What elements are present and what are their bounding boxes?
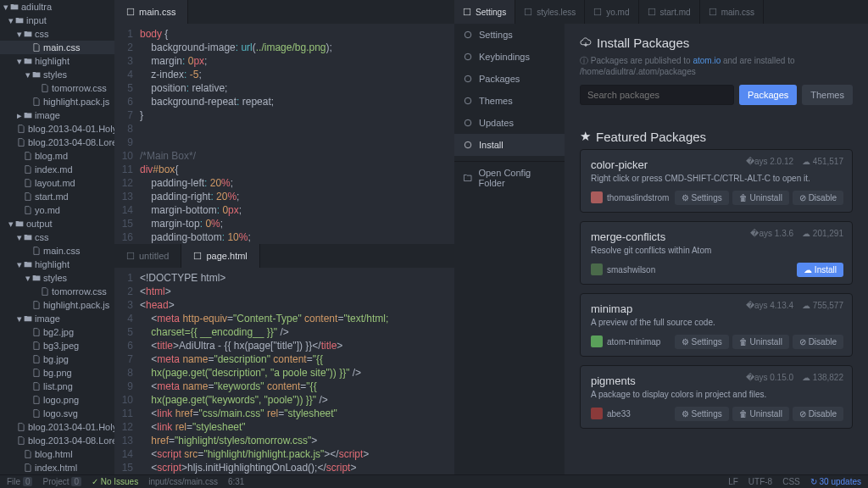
svg-rect-7: [709, 8, 716, 15]
install-hint: ⓘ Packages are published to atom.io and …: [580, 55, 853, 76]
pkg-uninstall-button[interactable]: 🗑 Uninstall: [732, 407, 789, 421]
tree-item[interactable]: tomorrow.css: [0, 81, 114, 95]
status-encoding[interactable]: UTF-8: [748, 477, 772, 486]
pkg-settings-button[interactable]: ⚙ Settings: [675, 407, 729, 421]
open-config-folder-button[interactable]: Open Config Folder: [454, 161, 565, 194]
minimap[interactable]: [431, 268, 454, 474]
pkg-uninstall-button[interactable]: 🗑 Uninstall: [732, 335, 789, 349]
file-icon: [126, 8, 135, 16]
search-packages-input[interactable]: [580, 85, 734, 105]
tree-item[interactable]: ▾highlight: [0, 258, 114, 271]
status-grammar[interactable]: CSS: [782, 477, 800, 486]
tree-item[interactable]: blog.2013-04-01.Holy_Gr...: [0, 420, 114, 434]
tree-item[interactable]: blog.2013-04-08.Lorem_I...: [0, 136, 114, 149]
tree-item[interactable]: index.md: [0, 163, 114, 176]
pkg-disable-button[interactable]: ⊘ Disable: [793, 335, 843, 349]
tree-item[interactable]: ▾css: [0, 230, 114, 244]
tree-item[interactable]: ▾styles: [0, 68, 114, 81]
file-tree[interactable]: ▾adiultra▾input▾cssmain.css▾highlight▾st…: [0, 0, 114, 474]
tree-item[interactable]: layout.md: [0, 176, 114, 190]
status-path: input/css/main.css: [148, 477, 218, 486]
settings-nav-settings[interactable]: Settings: [454, 24, 565, 46]
pkg-settings-button[interactable]: ⚙ Settings: [675, 191, 729, 205]
tree-item[interactable]: ▾highlight: [0, 54, 114, 68]
status-updates[interactable]: ↻ 30 updates: [810, 477, 861, 486]
tab[interactable]: Settings: [454, 0, 515, 24]
tree-item[interactable]: bg.jpg: [0, 352, 114, 366]
filter-themes-button[interactable]: Themes: [802, 85, 853, 105]
svg-point-8: [465, 31, 471, 38]
tree-item[interactable]: bg3.jpeg: [0, 339, 114, 352]
tab[interactable]: page.html: [181, 244, 259, 268]
tree-item[interactable]: bg.png: [0, 366, 114, 380]
tree-item[interactable]: start.md: [0, 190, 114, 203]
tree-item[interactable]: highlight.pack.js: [0, 298, 114, 312]
pkg-disable-button[interactable]: ⊘ Disable: [793, 191, 843, 205]
settings-nav-updates[interactable]: Updates: [454, 112, 565, 134]
tab[interactable]: main.css: [700, 0, 764, 24]
tree-item[interactable]: ▸image: [0, 108, 114, 122]
file-icon: [593, 8, 602, 16]
editor-tabs-bottom: untitledpage.html: [114, 244, 454, 268]
tree-item[interactable]: blog.2013-04-01.Holy_Gr...: [0, 122, 114, 136]
tree-item[interactable]: ▾styles: [0, 271, 114, 285]
avatar: [591, 336, 603, 347]
tree-item[interactable]: index.html: [0, 461, 114, 474]
tab[interactable]: yo.md: [585, 0, 638, 24]
settings-nav-keybindings[interactable]: Keybindings: [454, 46, 565, 68]
tree-item[interactable]: ▾input: [0, 14, 114, 27]
tree-item[interactable]: blog.md: [0, 149, 114, 163]
status-issues[interactable]: ✓ No Issues: [92, 477, 138, 486]
pkg-disable-button[interactable]: ⊘ Disable: [793, 407, 843, 421]
tree-item[interactable]: ▾adiultra: [0, 0, 114, 14]
svg-point-13: [465, 141, 471, 148]
svg-rect-6: [648, 8, 655, 15]
pkg-uninstall-button[interactable]: 🗑 Uninstall: [732, 191, 789, 205]
avatar: [591, 191, 603, 203]
tree-item[interactable]: logo.png: [0, 393, 114, 407]
settings-nav-install[interactable]: Install: [454, 134, 565, 156]
editor-pane-html[interactable]: 123456789101112131415161718 <!DOCTYPE ht…: [114, 268, 454, 474]
status-project[interactable]: Project 0: [42, 477, 81, 486]
tree-item[interactable]: ▾css: [0, 27, 114, 41]
tree-item[interactable]: ▾image: [0, 312, 114, 325]
filter-packages-button[interactable]: Packages: [739, 85, 797, 105]
status-cursor[interactable]: 6:31: [228, 477, 244, 486]
svg-rect-0: [127, 8, 134, 15]
featured-heading: ★ Featured Packages: [580, 129, 853, 144]
avatar: [591, 263, 603, 275]
file-icon: [709, 8, 717, 16]
atom-io-link[interactable]: atom.io: [693, 56, 721, 65]
status-bar: File 0 Project 0 ✓ No Issues input/css/m…: [0, 474, 868, 488]
status-line-ending[interactable]: LF: [728, 477, 738, 486]
paint-icon: [463, 96, 473, 106]
tree-item[interactable]: bg2.jpg: [0, 325, 114, 339]
tree-item[interactable]: tomorrow.css: [0, 285, 114, 298]
tree-item[interactable]: list.png: [0, 380, 114, 393]
tab[interactable]: styles.less: [515, 0, 585, 24]
pkg-install-button[interactable]: ☁ Install: [797, 263, 843, 277]
tree-item[interactable]: ▾output: [0, 217, 114, 230]
settings-tabs: Settingsstyles.lessyo.mdstart.mdmain.css: [454, 0, 868, 24]
file-icon: [648, 8, 656, 16]
editor-pane-css[interactable]: 123456789101112131415161718 body { backg…: [114, 24, 454, 244]
tab[interactable]: main.css: [114, 0, 188, 24]
tab[interactable]: untitled: [114, 244, 181, 268]
wrench-icon: [463, 8, 471, 16]
tree-item[interactable]: yo.md: [0, 203, 114, 217]
tree-item[interactable]: blog.html: [0, 447, 114, 461]
svg-point-12: [465, 119, 471, 126]
tree-item[interactable]: main.css: [0, 41, 114, 54]
tree-item[interactable]: highlight.pack.js: [0, 95, 114, 108]
package-card: �ays 4.13.4☁ 755,577 minimap A preview o…: [580, 293, 853, 357]
settings-nav-packages[interactable]: Packages: [454, 68, 565, 90]
pkg-downloads: ☁ 755,577: [802, 301, 843, 310]
status-file[interactable]: File 0: [7, 477, 32, 486]
pkg-settings-button[interactable]: ⚙ Settings: [675, 335, 729, 349]
tree-item[interactable]: blog.2013-04-08.Lorem_I...: [0, 434, 114, 447]
tab[interactable]: start.md: [639, 0, 700, 24]
tree-item[interactable]: main.css: [0, 244, 114, 258]
settings-nav-themes[interactable]: Themes: [454, 90, 565, 112]
minimap[interactable]: [431, 24, 454, 244]
tree-item[interactable]: logo.svg: [0, 407, 114, 420]
